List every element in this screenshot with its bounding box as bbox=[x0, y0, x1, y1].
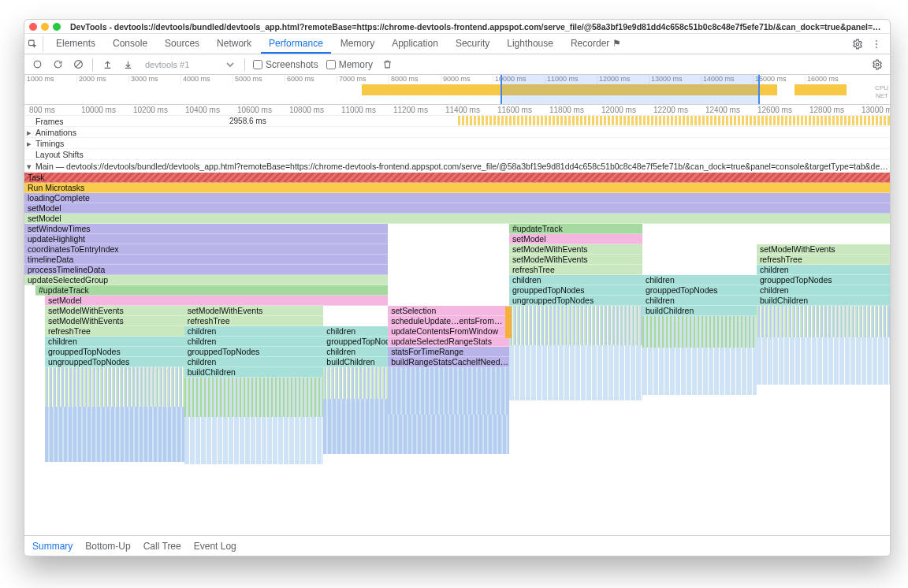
tab-application[interactable]: Application bbox=[384, 34, 446, 54]
flame-rb-children2[interactable]: children bbox=[642, 296, 757, 306]
flame-l1-setmodelwithevents2[interactable]: setModelWithEvents bbox=[45, 316, 184, 326]
load-profile-button[interactable] bbox=[101, 58, 114, 71]
tab-security[interactable]: Security bbox=[448, 34, 497, 54]
flame-task[interactable]: Task bbox=[24, 173, 890, 183]
svg-point-1 bbox=[856, 43, 859, 46]
flame-statsfortimerange[interactable]: statsForTimeRange bbox=[388, 347, 509, 357]
flame-rb-groupped[interactable]: grouppedTopNodes bbox=[642, 285, 757, 296]
flame-setselection[interactable]: setSelection bbox=[388, 306, 509, 316]
flame-rc-stripes bbox=[757, 306, 890, 337]
flame-l1-ungroupped[interactable]: ungrouppedTopNodes bbox=[45, 357, 184, 367]
flame-updateselectedrangestats[interactable]: updateSelectedRangeStats bbox=[388, 337, 509, 347]
tab-sources[interactable]: Sources bbox=[157, 34, 207, 54]
svg-point-2 bbox=[876, 39, 877, 41]
flame-rc-children2[interactable]: children bbox=[757, 285, 890, 296]
frames-stripes bbox=[458, 116, 890, 125]
record-button[interactable] bbox=[31, 58, 43, 71]
flame-updatecontents[interactable]: updateContentsFromWindow bbox=[388, 326, 509, 337]
flame-l1-children[interactable]: children bbox=[45, 337, 184, 347]
flame-r-setmodelwithevents[interactable]: setModelWithEvents bbox=[509, 244, 642, 255]
overview-timeline[interactable]: 1000 ms2000 ms3000 ms4000 ms5000 ms6000 … bbox=[24, 75, 890, 105]
tab-elements[interactable]: Elements bbox=[48, 34, 103, 54]
track-animations[interactable]: ▸Animations bbox=[24, 127, 890, 138]
minimize-window-button[interactable] bbox=[41, 23, 49, 31]
flame-r-refreshtree[interactable]: refreshTree bbox=[509, 265, 642, 275]
track-main[interactable]: ▾Main — devtools://devtools/bundled/devt… bbox=[24, 160, 890, 173]
svg-point-7 bbox=[876, 63, 879, 66]
flame-l1-refreshtree[interactable]: refreshTree bbox=[45, 326, 184, 337]
flame-r-ungroupped[interactable]: ungrouppedTopNodes bbox=[509, 296, 642, 306]
detail-tab-eventlog[interactable]: Event Log bbox=[194, 541, 236, 552]
flame-buildrangestatscache[interactable]: buildRangeStatsCacheIfNeeded bbox=[388, 357, 509, 367]
tab-performance[interactable]: Performance bbox=[261, 34, 331, 54]
garbage-collect-button[interactable] bbox=[381, 58, 393, 71]
flame-l2-refreshtree[interactable]: refreshTree bbox=[184, 316, 324, 326]
profile-select[interactable]: devtools #1 bbox=[142, 59, 236, 70]
flame-r-children[interactable]: children bbox=[509, 275, 642, 285]
flame-chart[interactable]: Task Run Microtasks loadingComplete setM… bbox=[24, 173, 890, 543]
detail-tab-bottomup[interactable]: Bottom-Up bbox=[85, 541, 130, 552]
svg-point-3 bbox=[876, 43, 877, 45]
settings-gear-icon[interactable] bbox=[852, 39, 863, 50]
track-timings[interactable]: ▸Timings bbox=[24, 138, 890, 149]
detail-tab-calltree[interactable]: Call Tree bbox=[143, 541, 181, 552]
flame-rb-children[interactable]: children bbox=[642, 275, 757, 285]
flame-r-stripesA bbox=[509, 306, 642, 345]
tab-memory[interactable]: Memory bbox=[333, 34, 382, 54]
flame-l2-children[interactable]: children bbox=[184, 326, 324, 337]
frame-duration-marker: 2958.6 ms bbox=[229, 117, 266, 125]
detail-ruler[interactable]: 800 ms10000 ms10200 ms10400 ms10600 ms10… bbox=[24, 105, 890, 116]
save-profile-button[interactable] bbox=[121, 58, 134, 71]
flame-rc-groupped[interactable]: grouppedTopNodes bbox=[757, 275, 890, 285]
recorder-badge-icon: ⚑ bbox=[612, 38, 621, 49]
tab-console[interactable]: Console bbox=[105, 34, 155, 54]
flame-run-microtasks[interactable]: Run Microtasks bbox=[24, 183, 890, 193]
capture-settings-gear-icon[interactable] bbox=[871, 58, 884, 71]
flame-loadingcomplete[interactable]: loadingComplete bbox=[24, 193, 890, 203]
track-frames[interactable]: Frames 2958.6 ms bbox=[24, 116, 890, 127]
titlebar: DevTools - devtools://devtools/bundled/d… bbox=[24, 20, 890, 34]
overview-lane-labels: CPUNET bbox=[875, 84, 888, 100]
flame-setmodel-1[interactable]: setModel bbox=[24, 203, 890, 214]
flame-l2-buildchildren[interactable]: buildChildren bbox=[184, 367, 324, 378]
detail-tab-summary[interactable]: Summary bbox=[32, 541, 73, 552]
flame-l1-stripes2 bbox=[45, 407, 184, 462]
flame-rc-children[interactable]: children bbox=[757, 265, 890, 275]
overview-selection[interactable] bbox=[501, 75, 760, 104]
zoom-window-button[interactable] bbox=[53, 23, 61, 31]
track-layout-shifts[interactable]: Layout Shifts bbox=[24, 149, 890, 160]
flame-l2-setmodelwithevents[interactable]: setModelWithEvents bbox=[184, 306, 324, 316]
reload-record-button[interactable] bbox=[51, 58, 64, 71]
flame-r-updatetrack[interactable]: #updateTrack bbox=[509, 224, 642, 234]
flame-scheduleupdate[interactable]: scheduleUpdate…entsFromWindow bbox=[388, 316, 509, 326]
screenshots-checkbox[interactable] bbox=[253, 60, 262, 69]
inspect-element-icon[interactable] bbox=[28, 36, 43, 52]
flame-l2-groupped[interactable]: grouppedTopNodes bbox=[184, 347, 324, 357]
kebab-menu-icon[interactable] bbox=[871, 39, 882, 50]
flame-l2-children2[interactable]: children bbox=[184, 337, 324, 347]
flame-rc-setmodelwithevents[interactable]: setModelWithEvents bbox=[757, 244, 890, 255]
panel-tabs: Elements Console Sources Network Perform… bbox=[24, 34, 890, 54]
flame-r-groupped[interactable]: grouppedTopNodes bbox=[509, 285, 642, 296]
flame-r-setmodelwithevents2[interactable]: setModelWithEvents bbox=[509, 255, 642, 265]
screenshots-checkbox-label[interactable]: Screenshots bbox=[253, 59, 318, 70]
close-window-button[interactable] bbox=[29, 23, 37, 31]
flame-l1-setmodelwithevents[interactable]: setModelWithEvents bbox=[45, 306, 184, 316]
memory-checkbox[interactable] bbox=[326, 60, 336, 69]
flame-rc-buildchildren[interactable]: buildChildren bbox=[757, 296, 890, 306]
memory-checkbox-label[interactable]: Memory bbox=[326, 59, 373, 70]
tab-lighthouse[interactable]: Lighthouse bbox=[499, 34, 561, 54]
tab-network[interactable]: Network bbox=[209, 34, 259, 54]
overview-activity-2 bbox=[794, 84, 847, 95]
clear-button[interactable] bbox=[72, 58, 84, 71]
flame-l2-stripes bbox=[184, 378, 324, 417]
flame-rc-refreshtree[interactable]: refreshTree bbox=[757, 255, 890, 265]
flame-setmodel-2[interactable]: setModel bbox=[24, 214, 890, 224]
flame-r-setmodel[interactable]: setModel bbox=[509, 234, 642, 244]
tab-recorder[interactable]: Recorder ⚑ bbox=[563, 34, 629, 54]
flame-l1-groupped[interactable]: grouppedTopNodes bbox=[45, 347, 184, 357]
flame-sel-stripes bbox=[388, 367, 509, 415]
flame-l2-children3[interactable]: children bbox=[184, 357, 324, 367]
flame-rb-buildchildren[interactable]: buildChildren bbox=[642, 306, 757, 316]
flame-orange-spike bbox=[505, 307, 512, 338]
